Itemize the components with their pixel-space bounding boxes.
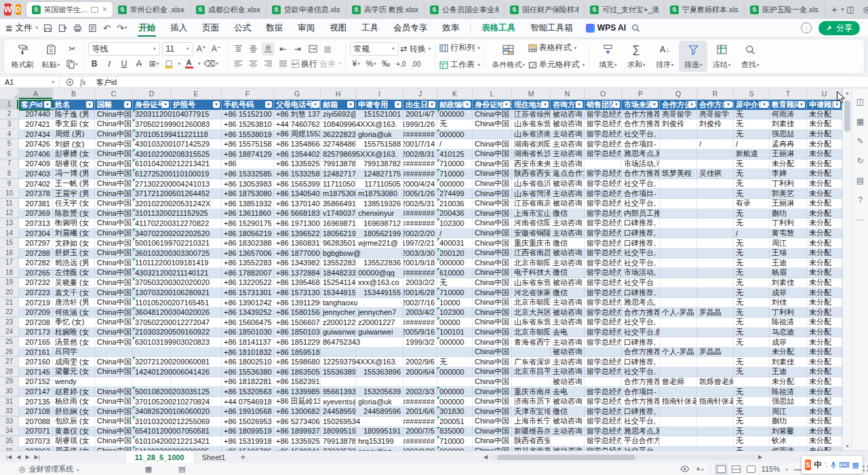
cell[interactable]: 河南省信阳 [512, 218, 551, 228]
cell[interactable]: 169698712 [321, 218, 356, 228]
cell[interactable] [403, 377, 437, 387]
cell[interactable] [697, 189, 734, 198]
filter-dropdown-icon[interactable]: ▼ [347, 101, 354, 108]
cell[interactable]: 362228235 [321, 130, 356, 139]
cell[interactable]: 340702200202202520 [133, 229, 171, 238]
cell[interactable]: 口碑推荐, [622, 288, 660, 297]
cell[interactable] [660, 238, 697, 248]
column-header-K[interactable]: K [437, 88, 473, 100]
cell[interactable]: 筑梦美程 [660, 169, 697, 178]
wrap-text-button[interactable]: ↩换行 [292, 58, 318, 70]
cell[interactable]: 留学总经办 [585, 229, 622, 238]
cell[interactable]: 411702200312270822 [133, 218, 171, 228]
vertical-scrollbar[interactable]: ▲ ▼ [842, 88, 852, 451]
cell[interactable]: 陕西省西安 [512, 169, 551, 178]
cell[interactable]: 500106199702210321 [133, 238, 171, 248]
filter-dropdown-icon[interactable]: ▼ [395, 101, 401, 108]
cell[interactable]: 207232 [19, 278, 53, 288]
cell[interactable]: 主动咨询 [551, 337, 585, 347]
cell[interactable] [660, 417, 697, 426]
cell[interactable]: 赵君婷 (女 [53, 387, 95, 396]
cell[interactable] [512, 347, 551, 357]
cell[interactable]: +86 13611860 [222, 209, 274, 218]
cell[interactable]: ######### [403, 417, 437, 426]
cell[interactable]: 710000 [437, 169, 473, 178]
cell[interactable]: China中国 [95, 278, 133, 288]
sort-button[interactable]: A↓ 排序▾ [650, 41, 679, 72]
cell[interactable] [356, 377, 403, 387]
cell[interactable]: +86 15026953 [222, 417, 274, 426]
system-mode-caret-icon[interactable]: ▴ [77, 467, 79, 472]
cell[interactable]: 主动咨询 [551, 139, 585, 149]
cell[interactable]: 无 [734, 189, 770, 198]
cell[interactable]: 社交平台, [622, 130, 660, 139]
cell[interactable]: 未分配 [807, 337, 842, 347]
cell[interactable] [697, 328, 734, 337]
cell[interactable]: 广东省深圳 [512, 357, 551, 366]
cell[interactable]: 罗晶晶 [697, 307, 734, 317]
cell[interactable]: 留学总经办 [585, 169, 622, 178]
cell[interactable]: China中国 [95, 417, 133, 426]
cell[interactable]: 刘素佳 [770, 278, 807, 288]
cell[interactable]: 王丽淋 [770, 199, 807, 208]
cell[interactable] [697, 149, 734, 159]
cell[interactable]: 10000 [437, 298, 473, 307]
header-cell[interactable]: 出生日期▼ [403, 100, 437, 110]
cell[interactable] [133, 377, 171, 387]
cell[interactable]: 370105199411221118 [133, 130, 171, 139]
cell[interactable]: v17490376 [321, 209, 356, 218]
cell[interactable]: +86 15536380 [222, 367, 274, 377]
cell[interactable]: 102300 [437, 218, 473, 228]
row-header-23[interactable]: 23 [0, 318, 19, 327]
cell[interactable]: 2002/9/6 [403, 357, 437, 366]
column-header-O[interactable]: O [585, 88, 622, 100]
cell[interactable]: 左佳薇 (女 [53, 268, 95, 278]
cell[interactable]: 未分配 [807, 268, 842, 278]
cell[interactable]: 无 [734, 259, 770, 268]
cell[interactable]: 153205639 [356, 387, 403, 396]
cell[interactable]: 合作方推荐 [622, 307, 660, 317]
cell[interactable]: China中国 [473, 149, 512, 159]
row-header-2[interactable]: 2 [0, 110, 19, 119]
cell[interactable]: 710000 [437, 159, 473, 169]
cell[interactable]: 未分配 [807, 307, 842, 317]
cell[interactable]: 留学总经办 [585, 406, 622, 416]
row-header-5[interactable]: 5 [0, 139, 19, 149]
cell[interactable]: 未分配 [807, 259, 842, 268]
cell[interactable]: z20001227 [321, 318, 356, 327]
cell[interactable] [697, 159, 734, 169]
cell[interactable]: 未分配 [807, 387, 842, 396]
cell[interactable]: 2001/6/6 [403, 406, 437, 416]
row-header-14[interactable]: 14 [0, 229, 19, 238]
cell[interactable]: 社交平台, [622, 259, 660, 268]
cell[interactable]: 合作方推荐 [622, 377, 660, 387]
row-header-4[interactable]: 4 [0, 130, 19, 139]
cell[interactable]: 青海省西宁 [512, 337, 551, 347]
cell[interactable]: 2003/2/2 [403, 278, 437, 288]
cell[interactable]: 王晨宇 (男 [53, 189, 95, 198]
prev-sheet-icon[interactable]: ◀ [16, 454, 20, 460]
cell[interactable]: 个人-罗晶 [660, 307, 697, 317]
cell[interactable] [697, 367, 734, 377]
cell[interactable]: 未分配 [807, 397, 842, 406]
column-header-I[interactable]: I [356, 88, 403, 100]
cell[interactable]: 2002/5/31 [403, 199, 437, 208]
filter-dropdown-icon[interactable]: ▼ [542, 101, 549, 108]
cell[interactable]: 未分配 [807, 318, 842, 327]
row-header-19[interactable]: 19 [0, 278, 19, 288]
cell[interactable]: China中国 [95, 268, 133, 278]
cell[interactable]: 未分配 [807, 367, 842, 377]
paste-button[interactable]: 粘贴▾ [37, 41, 65, 72]
sum-button[interactable]: ∑ 求和▾ [622, 41, 650, 72]
cut-icon[interactable]: ✂ [65, 42, 79, 56]
cell[interactable]: 北京市朝阳 [512, 328, 551, 337]
sheet-tab-11_28_5_1000[interactable]: 11_28_5_1000 [126, 451, 193, 463]
menu-tab-开始[interactable]: 开始 [131, 19, 163, 37]
menu-tab-效率[interactable]: 效率 [435, 19, 467, 37]
cell[interactable]: 00000@qq [356, 268, 403, 278]
cell[interactable]: +86 1396522100 [274, 229, 321, 238]
cell[interactable]: +86 19910568 [222, 406, 274, 416]
cell[interactable]: 无 [734, 110, 770, 119]
cell[interactable]: 2002/8/31 [403, 149, 437, 159]
header-cell[interactable]: 原中介机构▼ [734, 100, 770, 110]
